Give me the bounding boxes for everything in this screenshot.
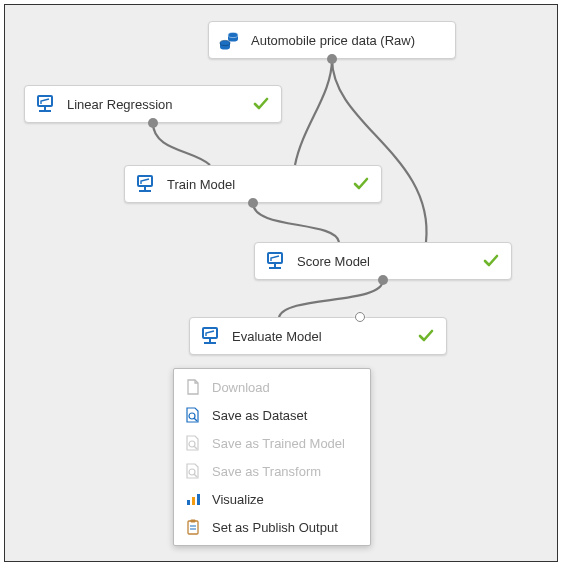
- svg-point-21: [189, 441, 195, 447]
- menu-item-label: Download: [212, 380, 270, 395]
- menu-item-visualize[interactable]: Visualize: [174, 485, 370, 513]
- svg-point-20: [189, 413, 195, 419]
- svg-rect-9: [44, 106, 46, 110]
- node-evaluate-model[interactable]: Evaluate Model: [189, 317, 447, 355]
- document-icon: [184, 378, 202, 396]
- svg-rect-18: [209, 338, 211, 342]
- output-port[interactable]: [378, 275, 388, 285]
- node-label: Evaluate Model: [232, 329, 416, 344]
- input-port-open[interactable]: [355, 312, 365, 322]
- output-port[interactable]: [148, 118, 158, 128]
- svg-rect-23: [187, 500, 190, 505]
- module-icon: [133, 172, 157, 196]
- menu-item-save-trained: Save as Trained Model: [174, 429, 370, 457]
- menu-item-save-transform: Save as Transform: [174, 457, 370, 485]
- check-icon: [481, 251, 501, 271]
- chart-icon: [184, 490, 202, 508]
- svg-rect-24: [192, 497, 195, 505]
- clipboard-icon: [184, 518, 202, 536]
- menu-item-label: Set as Publish Output: [212, 520, 338, 535]
- menu-item-publish-output[interactable]: Set as Publish Output: [174, 513, 370, 541]
- node-label: Automobile price data (Raw): [251, 33, 445, 48]
- svg-rect-12: [144, 186, 146, 190]
- svg-rect-14: [268, 253, 282, 263]
- check-icon: [416, 326, 436, 346]
- check-icon: [351, 174, 371, 194]
- menu-item-label: Save as Dataset: [212, 408, 307, 423]
- module-icon: [33, 92, 57, 116]
- svg-rect-17: [203, 328, 217, 338]
- trained-model-icon: [184, 434, 202, 452]
- menu-item-label: Save as Trained Model: [212, 436, 345, 451]
- node-label: Train Model: [167, 177, 351, 192]
- menu-item-download: Download: [174, 373, 370, 401]
- transform-icon: [184, 462, 202, 480]
- module-icon: [263, 249, 287, 273]
- svg-rect-19: [204, 342, 216, 344]
- svg-rect-13: [139, 190, 151, 192]
- svg-rect-11: [138, 176, 152, 186]
- experiment-canvas[interactable]: Automobile price data (Raw) Linear Regre…: [4, 4, 558, 562]
- context-menu: Download Save as Dataset Save as Train: [173, 368, 371, 546]
- output-port[interactable]: [248, 198, 258, 208]
- svg-rect-10: [39, 110, 51, 112]
- svg-point-22: [189, 469, 195, 475]
- check-icon: [251, 94, 271, 114]
- menu-item-save-dataset[interactable]: Save as Dataset: [174, 401, 370, 429]
- svg-rect-8: [38, 96, 52, 106]
- dataset-icon: [217, 28, 241, 52]
- dataset-search-icon: [184, 406, 202, 424]
- output-port[interactable]: [327, 54, 337, 64]
- module-icon: [198, 324, 222, 348]
- svg-rect-15: [274, 263, 276, 267]
- svg-rect-27: [191, 520, 196, 523]
- node-label: Score Model: [297, 254, 481, 269]
- svg-rect-26: [188, 521, 198, 534]
- menu-item-label: Visualize: [212, 492, 264, 507]
- svg-rect-25: [197, 494, 200, 505]
- menu-item-label: Save as Transform: [212, 464, 321, 479]
- node-label: Linear Regression: [67, 97, 251, 112]
- svg-rect-16: [269, 267, 281, 269]
